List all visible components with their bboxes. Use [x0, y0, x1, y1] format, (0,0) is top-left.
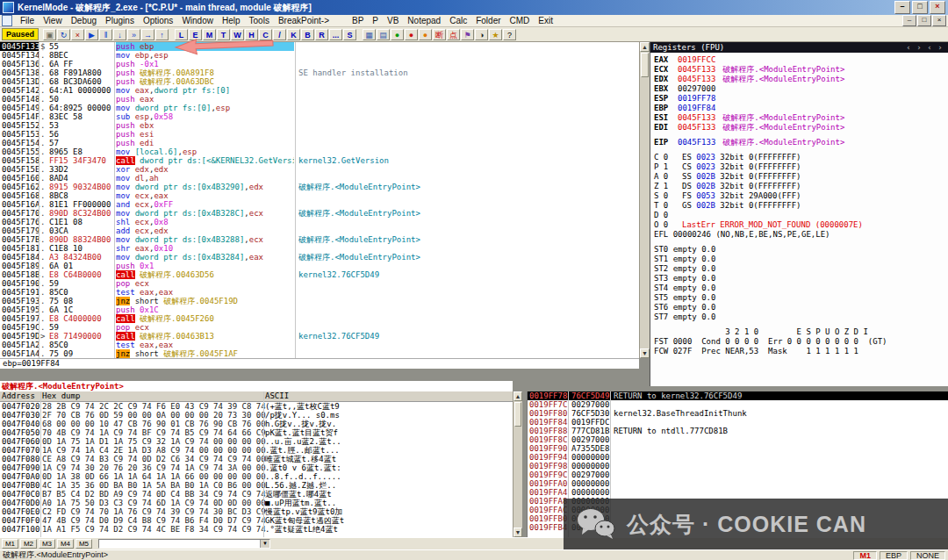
menu-item-calc[interactable]: Calc	[445, 16, 471, 25]
register-row[interactable]: EAX0019FFCC	[654, 55, 948, 65]
flag-row[interactable]: P 1CS 0023 32bit 0(FFFFFFFF)	[654, 162, 948, 172]
registers-scroll-1[interactable]: ›	[914, 43, 924, 52]
stack-row[interactable]: 0019FF7C00297000	[528, 400, 948, 409]
stack-row[interactable]: 0019FF88777CD81BRETURN to ntdll.777CD81B	[528, 427, 948, 435]
menu-item-p[interactable]: P	[368, 16, 383, 25]
dump-row[interactable]: 0047F02028 2B C9 74 2C 2C C9 74 F6 E0 43…	[0, 402, 513, 411]
menu-item-tools[interactable]: Tools	[245, 16, 274, 25]
flag-row[interactable]: T 0GS 002B 32bit 0(FFFFFFFF)	[654, 201, 948, 211]
child-minimize-button[interactable]: –	[902, 15, 916, 26]
disasm-row[interactable]: 0045F142.64:A1 0000000mov eax,dword ptr …	[0, 86, 639, 95]
disasm-row[interactable]: 0045F15E.33D2xor edx,edx	[0, 165, 639, 174]
disasm-row[interactable]: 0045F176.C1E1 08shl ecx,0x8	[0, 218, 639, 226]
stack-row[interactable]: 0019FF840019FFDC	[528, 418, 948, 427]
registers-scroll-3[interactable]: ›	[935, 43, 945, 52]
disasm-row[interactable]: 0045F162.8915 90324B00mov dword ptr ds:[…	[0, 183, 639, 191]
disasm-row[interactable]: 0045F19D>E8 71490000call 破解程序.00463B13ke…	[0, 332, 639, 341]
disasm-row[interactable]: 0045F153.56push esi	[0, 130, 639, 139]
window-button-s[interactable]: S	[343, 29, 356, 40]
register-row[interactable]: EDX0045F133破解程序.<ModuleEntryPoint>	[654, 75, 948, 84]
run-button[interactable]: ▶	[85, 29, 98, 40]
disasm-row[interactable]: 0045F160.8AD4mov dl,ah	[0, 174, 639, 183]
disasm-row[interactable]: 0045F1A4.75 09jnz short 破解程序.0045F1AF	[0, 349, 639, 358]
dump-row[interactable]: 0047F0701A C9 74 1A C4 2E 1A D3 A8 C9 74…	[0, 446, 513, 455]
close-button[interactable]: ×	[930, 1, 945, 14]
register-row[interactable]: ESI0045F133破解程序.<ModuleEntryPoint>	[654, 113, 948, 123]
yin-yang-icon[interactable]: ◑	[475, 29, 488, 40]
window-button-b[interactable]: B	[301, 29, 314, 40]
disasm-row[interactable]: 0045F133$55push ebp	[0, 42, 639, 51]
disasm-row[interactable]: 0045F138.68 F891A800push 破解程序.00A891F8SE…	[0, 68, 639, 77]
scroll-up-icon[interactable]: ▲	[640, 42, 650, 52]
dump-row[interactable]: 0047F0C0B7 B5 C4 D2 BD A9 C9 74 0D C4 BB…	[0, 490, 513, 499]
maximize-button[interactable]: □	[912, 1, 928, 14]
menu-item-bp[interactable]: BP	[348, 16, 368, 25]
disasm-row[interactable]: 0045F189.6A 01push 0x1	[0, 262, 639, 270]
menu-item-notepad[interactable]: Notepad	[403, 16, 445, 25]
scroll-down-icon[interactable]: ▼	[640, 348, 650, 358]
dump-row[interactable]: 0047F0F047 4B C9 74 D0 D9 C4 B8 C9 74 B6…	[0, 516, 513, 525]
disassembly-pane[interactable]: 0045F133$55push ebp0045F134.8BECmov ebp,…	[0, 42, 639, 358]
menu-item-exit[interactable]: Exit	[534, 16, 557, 25]
execute-till-return-button[interactable]: ↑	[155, 29, 169, 40]
command-input[interactable]: ▼	[98, 539, 270, 549]
disassembly-scrollbar[interactable]: ▲ ▼	[639, 42, 650, 358]
scroll-up-icon[interactable]: ▲	[514, 391, 522, 401]
disasm-row[interactable]: 0045F149.64:8925 00000mov dword ptr fs:[…	[0, 104, 639, 112]
scroll-down-icon[interactable]: ▼	[514, 528, 522, 537]
disasm-row[interactable]: 0045F17B.890D 88324B00mov dword ptr ds:[…	[0, 235, 639, 244]
disasm-row[interactable]: 0045F191.85C0test eax,eax	[0, 288, 639, 297]
disasm-row[interactable]: 0045F1A2.85C0test eax,eax	[0, 341, 639, 349]
register-row[interactable]: EIP0045F133破解程序.<ModuleEntryPoint>	[654, 138, 948, 147]
dump-row[interactable]: 0047F0901A C9 74 30 20 76 20 36 C9 74 1A…	[0, 463, 513, 472]
menu-item-debug[interactable]: Debug	[67, 16, 101, 25]
disasm-row[interactable]: 0045F134.8BECmov ebp,esp	[0, 51, 639, 60]
windows-grid-icon[interactable]: ▦	[363, 29, 376, 40]
stack-row[interactable]: 0019FF9400000000	[528, 453, 948, 462]
chevron-down-icon[interactable]: ▼	[260, 540, 269, 548]
memory-tab-m3[interactable]: M3	[39, 539, 55, 549]
child-close-button[interactable]: ×	[932, 15, 946, 26]
child-restore-button[interactable]: □	[917, 15, 931, 26]
menu-item-help[interactable]: Help	[218, 16, 245, 25]
disasm-row[interactable]: 0045F170.890D 8C324B00mov dword ptr ds:[…	[0, 209, 639, 218]
window-button-item[interactable]: ...	[329, 29, 342, 40]
menu-item-vb[interactable]: VB	[383, 16, 403, 25]
dump-row[interactable]: 0047F0600D 1A 75 1A D1 1A 75 C9 32 1A C9…	[0, 437, 513, 446]
flag-row[interactable]: D 0	[654, 211, 948, 220]
register-row[interactable]: EBX00297000	[654, 84, 948, 94]
disasm-row[interactable]: 0045F154.57push edi	[0, 139, 639, 147]
register-row[interactable]: ECX0045F133破解程序.<ModuleEntryPoint>	[654, 65, 948, 75]
register-row[interactable]: ESP0019FF78	[654, 94, 948, 104]
menu-item-breakpoint[interactable]: BreakPoint->	[274, 16, 334, 25]
pause-button[interactable]: ‖	[99, 29, 112, 40]
memory-view-icon[interactable]: ▤	[377, 29, 390, 40]
trace-into-button[interactable]: →	[141, 29, 154, 40]
minimize-button[interactable]: –	[894, 1, 910, 14]
step-over-button[interactable]: »	[127, 29, 140, 40]
flag-row[interactable]: C 0ES 0023 32bit 0(FFFFFFFF)	[654, 153, 948, 162]
disasm-row[interactable]: 0045F16A.81E1 FF000000and ecx,0xFF	[0, 200, 639, 209]
disasm-row[interactable]: 0045F148.50push eax	[0, 95, 639, 104]
register-row[interactable]: EDI0045F133破解程序.<ModuleEntryPoint>	[654, 123, 948, 133]
restart-button[interactable]: ↻	[57, 29, 70, 40]
window-button-r[interactable]: R	[315, 29, 328, 40]
disasm-row[interactable]: 0045F155.8965 E8mov [local.6],esp	[0, 147, 639, 156]
menu-item-file[interactable]: File	[16, 16, 39, 25]
flag-row[interactable]: A 0SS 002B 32bit 0(FFFFFFFF)	[654, 172, 948, 182]
stack-row[interactable]: 0019FFA000000000	[528, 479, 948, 488]
memory-tab-m4[interactable]: M4	[57, 539, 74, 549]
stack-row[interactable]: 0019FF7876CF5D49RETURN to kernel32.76CF5…	[528, 391, 948, 400]
flag-row[interactable]: Z 1DS 002B 32bit 0(FFFFFFFF)	[654, 182, 948, 191]
window-button-k[interactable]: K	[287, 29, 300, 40]
dump-row[interactable]: 0047F04068 00 00 00 10 47 CB 76 90 01 CB…	[0, 420, 513, 428]
open-file-button[interactable]: ▣	[43, 29, 56, 40]
breakpoint2-cn-icon[interactable]: 点	[447, 29, 460, 40]
dump-row[interactable]: 0047F0D0A0 1A 75 50 D3 C3 C9 74 6D 1A C9…	[0, 499, 513, 507]
disasm-row[interactable]: 0045F14F.83EC 58sub esp,0x58	[0, 112, 639, 121]
scrollbar-thumb[interactable]	[641, 53, 649, 77]
disasm-row[interactable]: 0045F193.75 08jnz short 破解程序.0045F19D	[0, 297, 639, 305]
dump-row[interactable]: 0047F080CE A8 C9 74 B3 C9 74 0D D2 C6 34…	[0, 455, 513, 463]
disasm-row[interactable]: 0045F19C.59pop ecx	[0, 323, 639, 332]
flag-row[interactable]: O 0LastErr ERROR_MOD_NOT_FOUND (0000007E…	[654, 220, 948, 230]
